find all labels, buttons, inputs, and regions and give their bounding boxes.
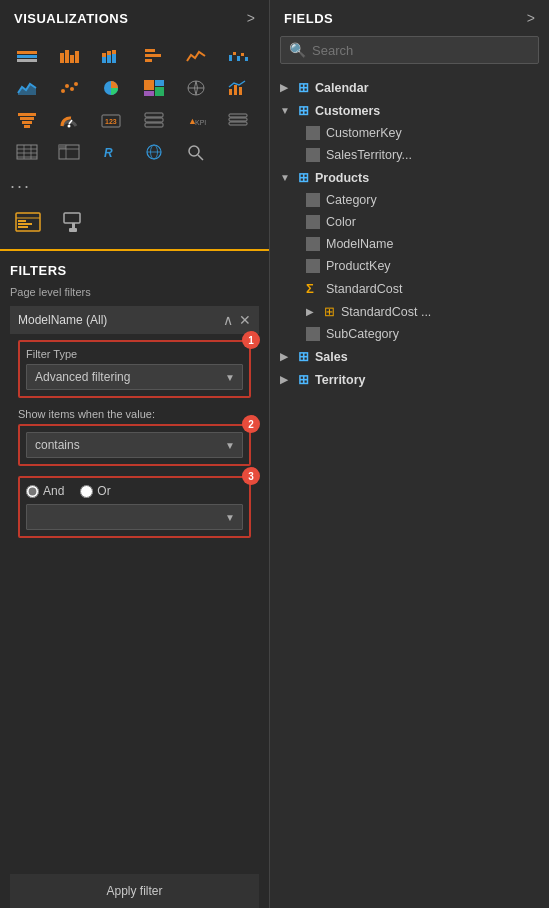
- gauge-icon[interactable]: [52, 106, 86, 134]
- badge-2: 2: [242, 415, 260, 433]
- svg-rect-44: [145, 118, 163, 122]
- table-viz-icon[interactable]: [10, 138, 44, 166]
- treemap-icon[interactable]: [137, 74, 171, 102]
- contains-select-wrapper[interactable]: contains does not contain starts with en…: [26, 432, 243, 458]
- products-expand-icon[interactable]: ▼: [280, 172, 292, 183]
- filter-type-select-wrapper[interactable]: Advanced filtering Basic filtering Top N: [26, 364, 243, 390]
- tree-item-customerkey[interactable]: CustomerKey: [270, 122, 549, 144]
- tree-item-category[interactable]: Category: [270, 189, 549, 211]
- filter-card-header: ModelName (All) ∧ ✕: [10, 306, 259, 334]
- stacked-column-icon[interactable]: [94, 42, 128, 70]
- kpi-icon[interactable]: ▲KPI: [179, 106, 213, 134]
- and-radio-item[interactable]: And: [26, 484, 64, 498]
- column-chart-icon[interactable]: [52, 42, 86, 70]
- combo-chart-icon[interactable]: [221, 74, 255, 102]
- pie-chart-icon[interactable]: [94, 74, 128, 102]
- sales-expand-icon[interactable]: ▶: [280, 351, 292, 362]
- waterfall-icon[interactable]: [221, 42, 255, 70]
- more-visualizations[interactable]: ···: [0, 172, 269, 203]
- svg-rect-2: [17, 59, 37, 62]
- svg-line-66: [198, 155, 203, 160]
- page-level-label: Page level filters: [10, 286, 259, 298]
- customerkey-field-icon: [306, 126, 320, 140]
- territory-table-icon: ⊞: [298, 372, 309, 387]
- salesterritory-field-icon: [306, 148, 320, 162]
- and-or-radio-group: And Or: [26, 484, 243, 498]
- visualizations-header: VISUALIZATIONS >: [0, 0, 269, 36]
- tree-group-products[interactable]: ▼ ⊞ Products: [270, 166, 549, 189]
- customers-expand-icon[interactable]: ▼: [280, 105, 292, 116]
- paint-roller-icon[interactable]: [56, 207, 92, 239]
- and-radio[interactable]: [26, 485, 39, 498]
- search-viz-icon[interactable]: [179, 138, 213, 166]
- filters-section: FILTERS Page level filters ModelName (Al…: [0, 251, 269, 908]
- bar-chart-icon[interactable]: [137, 42, 171, 70]
- svg-rect-1: [17, 55, 37, 58]
- map-icon[interactable]: [179, 74, 213, 102]
- visualizations-chevron[interactable]: >: [247, 10, 255, 26]
- funnel-icon[interactable]: [10, 106, 44, 134]
- format-icon[interactable]: [10, 207, 46, 239]
- svg-rect-17: [233, 52, 236, 55]
- filter-collapse-icon[interactable]: ∧: [223, 312, 233, 328]
- slicer-icon[interactable]: [221, 106, 255, 134]
- globe-icon[interactable]: [137, 138, 171, 166]
- area-chart-icon[interactable]: [10, 74, 44, 102]
- viz-icon-grid: 123 ▲KPI R: [0, 36, 269, 172]
- standardcost-table-expand[interactable]: ▶: [306, 306, 318, 317]
- tree-item-modelname[interactable]: ModelName: [270, 233, 549, 255]
- matrix-icon[interactable]: [52, 138, 86, 166]
- second-condition-select[interactable]: contains does not contain: [26, 504, 243, 530]
- svg-rect-58: [59, 145, 66, 149]
- fields-search-bar[interactable]: 🔍: [280, 36, 539, 64]
- filter-close-icon[interactable]: ✕: [239, 312, 251, 328]
- r-script-icon[interactable]: R: [94, 138, 128, 166]
- standardcost-table-icon: ⊞: [324, 304, 335, 319]
- svg-point-22: [65, 84, 69, 88]
- tree-item-standardcost[interactable]: Σ StandardCost: [270, 277, 549, 300]
- stacked-bar-icon[interactable]: [10, 42, 44, 70]
- card-icon[interactable]: 123: [94, 106, 128, 134]
- fields-search-input[interactable]: [312, 43, 530, 58]
- svg-rect-0: [17, 51, 37, 54]
- svg-text:KPI: KPI: [195, 119, 206, 126]
- fields-chevron[interactable]: >: [527, 10, 535, 26]
- badge-1: 1: [242, 331, 260, 349]
- multi-row-card-icon[interactable]: [137, 106, 171, 134]
- filter-card-title: ModelName (All): [18, 313, 107, 327]
- subcategory-field-icon: [306, 327, 320, 341]
- customerkey-label: CustomerKey: [326, 126, 402, 140]
- svg-point-21: [61, 89, 65, 93]
- tree-item-productkey[interactable]: ProductKey: [270, 255, 549, 277]
- fields-tree: ▶ ⊞ Calendar ▼ ⊞ Customers CustomerKey S…: [270, 72, 549, 908]
- tree-group-territory[interactable]: ▶ ⊞ Territory: [270, 368, 549, 391]
- second-condition-wrapper[interactable]: contains does not contain: [26, 504, 243, 530]
- subcategory-label: SubCategory: [326, 327, 399, 341]
- apply-filter-button[interactable]: Apply filter: [10, 874, 259, 908]
- scatter-chart-icon[interactable]: [52, 74, 86, 102]
- contains-select[interactable]: contains does not contain starts with en…: [26, 432, 243, 458]
- calendar-table-icon: ⊞: [298, 80, 309, 95]
- tree-group-calendar[interactable]: ▶ ⊞ Calendar: [270, 76, 549, 99]
- filter-type-select[interactable]: Advanced filtering Basic filtering Top N: [26, 364, 243, 390]
- svg-rect-38: [24, 125, 30, 128]
- line-chart-icon[interactable]: [179, 42, 213, 70]
- tree-item-standardcost-table[interactable]: ▶ ⊞ StandardCost ...: [270, 300, 549, 323]
- calendar-expand-icon[interactable]: ▶: [280, 82, 292, 93]
- svg-rect-37: [22, 121, 32, 124]
- tree-item-salesterritory[interactable]: SalesTerritory...: [270, 144, 549, 166]
- and-label: And: [43, 484, 64, 498]
- tree-group-sales[interactable]: ▶ ⊞ Sales: [270, 345, 549, 368]
- territory-expand-icon[interactable]: ▶: [280, 374, 292, 385]
- or-radio-item[interactable]: Or: [80, 484, 110, 498]
- tree-item-color[interactable]: Color: [270, 211, 549, 233]
- category-label: Category: [326, 193, 377, 207]
- tree-group-customers[interactable]: ▼ ⊞ Customers: [270, 99, 549, 122]
- productkey-field-icon: [306, 259, 320, 273]
- sales-label: Sales: [315, 350, 348, 364]
- or-radio[interactable]: [80, 485, 93, 498]
- category-field-icon: [306, 193, 320, 207]
- right-panel: FIELDS > 🔍 ▶ ⊞ Calendar ▼ ⊞ Customers Cu…: [270, 0, 549, 908]
- tree-item-subcategory[interactable]: SubCategory: [270, 323, 549, 345]
- svg-rect-70: [18, 223, 32, 225]
